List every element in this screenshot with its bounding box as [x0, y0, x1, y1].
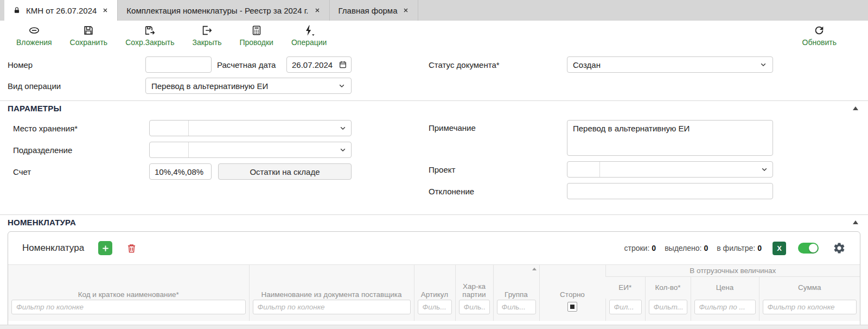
filter-cell [691, 299, 759, 321]
note-textarea[interactable]: Перевод в альтернативную ЕИ [567, 120, 773, 156]
storno-filter-checkbox[interactable] [567, 302, 577, 312]
column-header-code[interactable]: Код и краткое наименование* [8, 265, 249, 299]
close-icon[interactable] [403, 7, 409, 14]
horizontal-scrollbar[interactable] [0, 325, 868, 329]
tab-document[interactable]: КМН от 26.07.2024 [4, 0, 118, 21]
column-header-price[interactable]: Цена [691, 277, 759, 299]
operations-button[interactable]: Операции [291, 24, 327, 47]
nomenclature-section-header[interactable]: НОМЕНКЛАТУРА [0, 214, 868, 230]
parameters-section-header[interactable]: ПАРАМЕТРЫ [0, 100, 868, 116]
postings-button[interactable]: Проводки [239, 24, 273, 47]
column-header-article[interactable]: Артикул [414, 265, 455, 299]
save-close-button[interactable]: Сохр.Закрыть [125, 24, 174, 47]
floppy-arrow-icon [144, 24, 156, 36]
filter-input-qty[interactable] [649, 300, 687, 314]
tab-main-form[interactable]: Главная форма [330, 0, 419, 21]
nomenclature-grid-panel: Номенклатура строки:0 выделено:0 в фильт… [8, 231, 860, 329]
deviation-input[interactable] [567, 183, 773, 199]
settings-gear-icon[interactable] [833, 242, 846, 255]
plus-icon [101, 244, 110, 252]
add-row-button[interactable] [98, 241, 112, 255]
lock-icon [13, 7, 21, 14]
toolbar: Вложения Сохранить Сохр.Закрыть Закрыть … [0, 21, 868, 52]
filter-input-batch[interactable] [459, 300, 490, 314]
refresh-icon [813, 24, 825, 36]
filter-input-article[interactable] [418, 300, 452, 314]
number-input[interactable] [145, 56, 212, 73]
tab-label: КМН от 26.07.2024 [26, 6, 97, 15]
operation-type-label: Вид операции [8, 81, 145, 91]
filter-input-sum[interactable] [763, 300, 857, 314]
save-label: Сохранить [70, 38, 108, 47]
department-select[interactable] [149, 142, 352, 158]
calc-date-input[interactable]: 26.07.2024 [286, 56, 352, 73]
close-icon[interactable] [314, 7, 321, 14]
project-select[interactable] [567, 161, 773, 178]
operations-label: Операции [291, 38, 327, 47]
stock-balances-button[interactable]: Остатки на складе [218, 163, 352, 180]
tab-label: Комплектация номенклатуры - Реестр за 20… [126, 6, 308, 15]
column-header-unit[interactable]: ЕИ* [605, 277, 645, 299]
storage-code-segment[interactable] [150, 121, 189, 136]
storage-select[interactable] [149, 120, 352, 136]
excel-glyph: X [777, 244, 782, 252]
application-window: КМН от 26.07.2024 Комплектация номенклат… [0, 0, 868, 329]
note-value: Перевод в альтернативную ЕИ [573, 124, 690, 133]
close-document-button[interactable]: Закрыть [193, 24, 222, 47]
grid-toolbar: Номенклатура строки:0 выделено:0 в фильт… [8, 232, 860, 264]
attachments-label: Вложения [16, 38, 52, 47]
filter-input-group[interactable] [497, 300, 536, 314]
tab-label: Главная форма [339, 6, 398, 15]
tab-bar: КМН от 26.07.2024 Комплектация номенклат… [0, 0, 868, 21]
trash-icon [126, 243, 137, 254]
column-header-storno[interactable]: Сторно [539, 265, 605, 299]
delete-row-button[interactable] [124, 241, 138, 255]
filter-input-supplier-name[interactable] [253, 300, 411, 314]
refresh-label: Обновить [802, 38, 837, 47]
column-header-qty[interactable]: Кол-во* [645, 277, 691, 299]
filter-input-unit[interactable] [609, 300, 642, 314]
filter-toggle[interactable] [798, 243, 819, 254]
grid-panel-title: Номенклатура [22, 243, 84, 254]
selected-count: выделено:0 [665, 244, 708, 252]
status-select[interactable]: Создан [567, 56, 773, 73]
filter-input-price[interactable] [694, 300, 756, 314]
close-icon[interactable] [102, 7, 108, 14]
save-button[interactable]: Сохранить [70, 24, 108, 47]
excel-export-button[interactable]: X [773, 242, 786, 255]
parameters-right-column: Примечание Перевод в альтернативную ЕИ П… [429, 120, 773, 205]
filter-cell [539, 299, 605, 321]
column-header-batch[interactable]: Хар-ка партии [455, 265, 493, 299]
save-close-label: Сохр.Закрыть [125, 38, 174, 47]
parameters-left-column: Место хранения* Подразделение [13, 120, 352, 205]
operation-type-select[interactable]: Перевод в альтернативную ЕИ [145, 78, 352, 94]
sort-ascending-icon [532, 268, 537, 270]
filter-cell [645, 299, 691, 321]
tab-register[interactable]: Комплектация номенклатуры - Реестр за 20… [118, 0, 329, 21]
refresh-button[interactable]: Обновить [802, 24, 837, 47]
parameters-body: Место хранения* Подразделение [0, 116, 868, 214]
operation-type-value: Перевод в альтернативную ЕИ [151, 81, 338, 91]
column-header-supplier-name[interactable]: Наименование из документа поставщика [249, 265, 414, 299]
collapse-icon[interactable] [853, 220, 858, 224]
account-label: Счет [13, 167, 149, 176]
floppy-icon [82, 24, 94, 36]
calendar-icon[interactable] [339, 60, 347, 69]
column-header-sum[interactable]: Сумма [759, 277, 860, 299]
form-row: Номер Расчетная дата 26.07.2024 Статус д… [8, 56, 868, 73]
filter-cell [759, 299, 860, 321]
column-group-header-shipping-units: В отгрузочных величинах [605, 265, 860, 277]
note-label: Примечание [429, 120, 567, 132]
status-value: Создан [573, 60, 760, 69]
parameters-title: ПАРАМЕТРЫ [8, 104, 61, 113]
project-code-segment[interactable] [567, 162, 600, 177]
attachments-button[interactable]: Вложения [16, 24, 52, 47]
chevron-down-icon [335, 124, 351, 132]
department-code-segment[interactable] [150, 142, 189, 157]
filter-input-code[interactable] [11, 300, 246, 314]
column-header-group[interactable]: Группа [493, 265, 539, 299]
account-input[interactable] [149, 163, 212, 180]
collapse-icon[interactable] [853, 106, 858, 110]
chevron-down-icon [338, 82, 346, 90]
link-icon [28, 24, 41, 36]
